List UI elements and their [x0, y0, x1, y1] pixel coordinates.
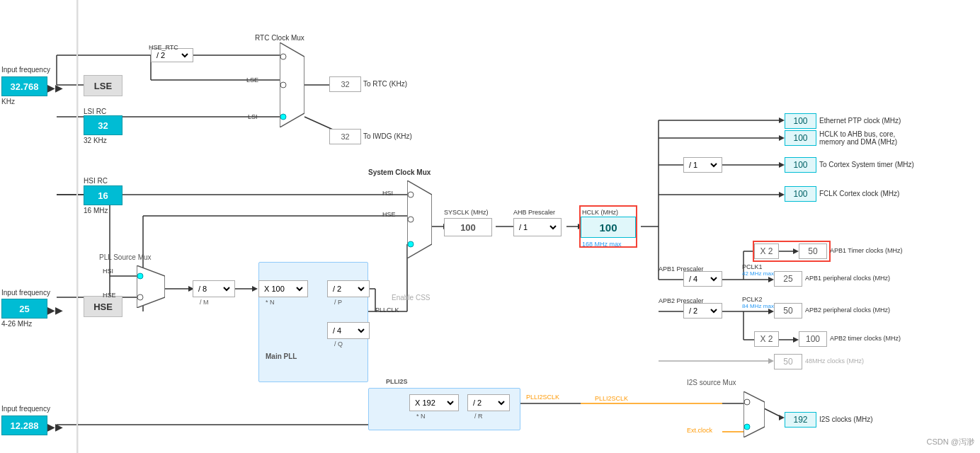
rtc-lse-label: LSE — [246, 76, 258, 84]
m-div-dropdown[interactable]: / 8/ 2/ 4/ 16 — [195, 284, 232, 294]
pclk2-label: PCLK2 — [742, 296, 763, 303]
svg-point-92 — [137, 294, 143, 300]
cortex-timer-label: To Cortex System timer (MHz) — [819, 161, 914, 168]
watermark: CSDN @泻渺 — [927, 437, 974, 447]
i2s-value-box[interactable]: 12.288 — [1, 415, 47, 435]
n-mult-dropdown[interactable]: X 100X 192X 336 — [261, 284, 305, 294]
sysclk-value-box: 100 — [444, 218, 492, 236]
svg-point-88 — [409, 243, 412, 246]
hclk-ahb-label: HCLK to AHB bus, core, memory and DMA (M… — [819, 130, 904, 146]
sys-mux-shape — [407, 180, 432, 258]
cortex-dropdown[interactable]: / 1/ 2 — [686, 160, 719, 170]
svg-marker-55 — [768, 358, 774, 364]
hsi-label: HSI RC — [84, 177, 108, 185]
ahb-label: AHB Prescaler — [513, 209, 555, 216]
svg-marker-53 — [793, 337, 799, 343]
pll-source-mux-label: PLL Source Mux — [99, 253, 152, 261]
apb2-timer-mult: X 2 — [754, 331, 779, 347]
i2s-clk-label: I2S clocks (MHz) — [819, 415, 873, 423]
pclk1-value: 25 — [774, 271, 802, 287]
hse-range: 4-26 MHz — [1, 320, 32, 328]
hse-div2-dropdown[interactable]: / 2/ 4/ 8 — [154, 50, 190, 60]
ext-clock-label: Ext.clock — [687, 427, 712, 434]
i2s-n-select[interactable]: X 192X 100 — [409, 394, 459, 411]
svg-marker-77 — [779, 415, 785, 420]
svg-point-86 — [408, 217, 414, 222]
ahb-select[interactable]: / 1/ 2/ 4/ 8 — [513, 218, 562, 236]
i2s-r-select[interactable]: / 2/ 3/ 4 — [467, 394, 510, 411]
p-div-select[interactable]: / 2/ 4/ 6/ 8 — [327, 280, 370, 297]
plli2sclk-label: PLLI2SCLK — [526, 394, 559, 401]
lse-arrow: ▶▶ — [47, 82, 63, 93]
fclk-box: 100 — [785, 186, 816, 202]
i2s-arrow: ▶▶ — [47, 421, 63, 432]
svg-marker-49 — [768, 309, 774, 314]
sys-hsi-label: HSI — [382, 190, 393, 197]
plli2s-label: PLLI2S — [386, 378, 408, 385]
lsi-label: LSI RC — [84, 108, 106, 115]
i2s-n-dropdown[interactable]: X 192X 100 — [412, 398, 456, 408]
svg-point-91 — [139, 275, 142, 277]
i2s-r-label: / R — [474, 413, 483, 420]
cortex-select[interactable]: / 1/ 2 — [683, 157, 722, 173]
pll-hsi-label: HSI — [103, 268, 113, 275]
input-freq-i2s-label: Input frequency — [1, 405, 50, 413]
lse-unit: KHz — [1, 98, 15, 105]
hse-rtc-label: HSE_RTC — [149, 44, 178, 51]
apb2-select[interactable]: / 2/ 1/ 4/ 8/ 16 — [683, 303, 722, 319]
lsi-unit: 32 KHz — [84, 137, 107, 144]
svg-point-85 — [408, 192, 414, 197]
fclk-label: FCLK Cortex clock (MHz) — [819, 190, 899, 197]
hclk-max: 168 MHz max — [582, 241, 622, 248]
ahb-dropdown[interactable]: / 1/ 2/ 4/ 8 — [516, 222, 559, 232]
svg-marker-34 — [779, 162, 785, 168]
hsi-unit: 16 MHz — [84, 207, 108, 214]
lsi-value-box: 32 — [84, 115, 122, 135]
lse-value-box[interactable]: 32.768 — [1, 76, 47, 96]
svg-marker-36 — [779, 192, 785, 197]
rtc-mux-shape — [280, 42, 304, 127]
svg-marker-63 — [252, 286, 258, 292]
svg-marker-31 — [779, 135, 785, 141]
apb1-select[interactable]: / 4/ 1/ 2/ 8/ 16 — [683, 271, 722, 287]
p-div-label: / P — [334, 299, 342, 306]
svg-marker-93 — [743, 391, 765, 437]
n-mult-select[interactable]: X 100X 192X 336 — [258, 280, 308, 297]
sysclk-label: SYSCLK (MHz) — [444, 209, 489, 216]
apb1-timer-red-border — [753, 241, 831, 262]
apb2-timer-value: 100 — [799, 331, 827, 347]
sys-hse-label: HSE — [382, 211, 396, 218]
pll-mux-shape — [137, 265, 165, 308]
pclk1-max: 42 MHz max — [742, 270, 774, 277]
q-div-dropdown[interactable]: / 4/ 2/ 6/ 8 — [330, 326, 367, 336]
input-freq-hse-label: Input frequency — [1, 289, 50, 297]
input-freq-lse-label: Input frequency — [1, 66, 50, 74]
main-pll-label: Main PLL — [266, 352, 297, 360]
pclk2-max: 84 MHz max — [742, 303, 774, 309]
q-div-select[interactable]: / 4/ 2/ 6/ 8 — [327, 322, 370, 339]
svg-marker-89 — [137, 265, 165, 308]
plli2sclk-input-label: PLLI2SCLK — [595, 395, 628, 402]
rtc-lsi-label: LSI — [248, 113, 258, 120]
m-div-label: / M — [200, 299, 209, 306]
apb2-dropdown[interactable]: / 2/ 1/ 4/ 8/ 16 — [686, 306, 719, 316]
ethernet-ptp-label: Ethernet PTP clock (MHz) — [819, 117, 901, 125]
pll-hse-label: HSE — [103, 292, 116, 299]
svg-point-94 — [744, 399, 750, 405]
rtc-label: To RTC (KHz) — [363, 80, 407, 88]
apb2-timer-label: APB2 timer clocks (MHz) — [830, 335, 901, 342]
pllclk-label: PLLCLK — [375, 306, 399, 314]
q-div-label: / Q — [334, 340, 343, 348]
svg-marker-41 — [768, 277, 774, 282]
apb1-periph-label: APB1 peripheral clocks (MHz) — [805, 275, 890, 282]
m-div-select[interactable]: / 8/ 2/ 4/ 16 — [193, 280, 235, 297]
i2s-n-label: * N — [416, 413, 426, 420]
enable-css: Enable CSS — [392, 294, 430, 302]
sys-mux-label: System Clock Mux — [368, 168, 431, 176]
rtc-output-box: 32 — [329, 76, 361, 92]
hse-value-box[interactable]: 25 — [1, 299, 47, 319]
i2s-r-dropdown[interactable]: / 2/ 3/ 4 — [470, 398, 507, 408]
svg-point-83 — [280, 114, 286, 120]
p-div-dropdown[interactable]: / 2/ 4/ 6/ 8 — [330, 284, 367, 294]
apb1-dropdown[interactable]: / 4/ 1/ 2/ 8/ 16 — [686, 274, 719, 284]
